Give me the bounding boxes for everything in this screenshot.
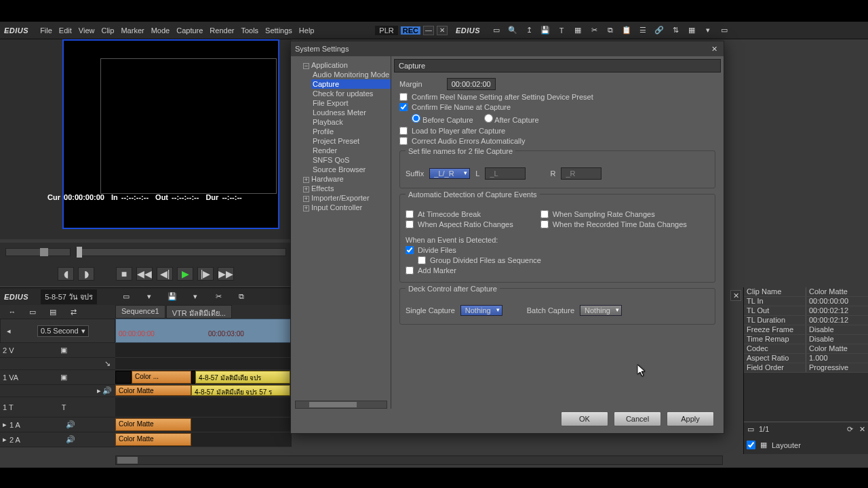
clip-color-short[interactable]: Color ... xyxy=(132,371,191,384)
patch-icon[interactable]: ↘ xyxy=(103,360,111,368)
single-capture-dropdown[interactable]: Nothing xyxy=(460,305,502,316)
tl-cut-icon[interactable]: ✂ xyxy=(212,290,224,302)
text-icon[interactable]: T xyxy=(555,24,568,37)
l-field[interactable]: _L xyxy=(485,167,526,180)
link-icon[interactable]: 🔗 xyxy=(653,24,665,37)
speaker-icon[interactable]: 🔊 xyxy=(103,387,111,395)
panel-x-icon[interactable]: ✕ xyxy=(858,425,866,433)
mode-c-icon[interactable]: ▤ xyxy=(47,306,59,318)
menu-render[interactable]: Render xyxy=(210,26,234,35)
ok-button[interactable]: OK xyxy=(561,411,608,426)
tree-item-source-browser[interactable]: Source Browser xyxy=(311,165,391,174)
panel-close-button[interactable]: ✕ xyxy=(730,290,741,301)
confirm-file-checkbox[interactable]: Confirm File Name at Capture xyxy=(399,103,715,111)
menu-help[interactable]: Help xyxy=(299,26,315,35)
track-2v[interactable]: 2 V▣ xyxy=(0,343,115,358)
timeline-clips[interactable]: Color ... 4-8-57 มัลติมีเดีย จปร Color M… xyxy=(115,343,292,447)
tab-vtr[interactable]: VTR มัลติมีเดีย... xyxy=(166,305,232,319)
close-button[interactable]: ✕ xyxy=(437,26,448,35)
menu-capture[interactable]: Capture xyxy=(176,26,203,35)
timeline-ruler[interactable]: 00:00:00:00 00:00:03:00 xyxy=(115,319,292,343)
tree-item-loudness-meter[interactable]: Loudness Meter xyxy=(311,108,391,117)
confirm-reel-checkbox[interactable]: Confirm Reel Name Setting after Setting … xyxy=(399,93,715,101)
track-2a[interactable]: ▸2 A🔊 xyxy=(0,432,115,447)
mode-d-icon[interactable]: ⇄ xyxy=(67,306,79,318)
cancel-button[interactable]: Cancel xyxy=(614,411,661,426)
group-checkbox[interactable]: Group Divided Files as Sequence xyxy=(418,256,709,264)
tree-item-render[interactable]: Render xyxy=(311,146,391,155)
project-name[interactable]: 5-8-57 วัน จปร xyxy=(41,289,97,304)
minimize-button[interactable]: — xyxy=(423,26,434,35)
tree-item-capture[interactable]: Capture xyxy=(311,79,391,89)
r-field[interactable]: _R xyxy=(561,167,601,180)
clip-color-matte-1a[interactable]: Color Matte xyxy=(115,418,191,431)
collapse-icon[interactable]: ◂ xyxy=(3,325,15,337)
copy-icon[interactable]: ⧉ xyxy=(604,24,616,37)
timeline-hscroll[interactable] xyxy=(115,455,723,465)
tree-hscroll[interactable] xyxy=(295,401,387,409)
mode-b-icon[interactable]: ▭ xyxy=(26,306,39,318)
tree-item-snfs-qos[interactable]: SNFS QoS xyxy=(311,155,391,165)
menu-file[interactable]: File xyxy=(40,26,52,35)
menu-mode[interactable]: Mode xyxy=(151,26,170,35)
tree-application[interactable]: −Application xyxy=(302,60,391,70)
track-1t[interactable]: 1 TT xyxy=(0,397,115,418)
play-button[interactable]: ▶ xyxy=(177,267,193,281)
sampling-checkbox[interactable]: When Sampling Rate Changes xyxy=(540,210,687,218)
menu-settings[interactable]: Settings xyxy=(265,26,292,35)
tl-save-dd-icon[interactable]: ▾ xyxy=(189,290,201,302)
up-icon[interactable]: ↥ xyxy=(523,24,535,37)
tree-input[interactable]: +Input Controller xyxy=(302,203,391,212)
correct-audio-checkbox[interactable]: Correct Audio Errors Automatically xyxy=(399,137,715,145)
tree-effects[interactable]: +Effects xyxy=(302,184,391,193)
batch-capture-dropdown[interactable]: Nothing xyxy=(580,305,622,316)
tree-item-playback[interactable]: Playback xyxy=(311,117,391,127)
tree-hardware[interactable]: +Hardware xyxy=(302,174,391,184)
menu-marker[interactable]: Marker xyxy=(121,26,144,35)
tree-importer[interactable]: +Importer/Exporter xyxy=(302,193,391,203)
tree-item-project-preset[interactable]: Project Preset xyxy=(311,136,391,146)
layouter-checkbox[interactable] xyxy=(747,441,755,449)
tab-sequence1[interactable]: Sequence1 xyxy=(115,305,165,319)
mode-plr[interactable]: PLR xyxy=(375,26,397,35)
load-player-checkbox[interactable]: Load to Player after Capture xyxy=(399,127,715,135)
clip-yellow2[interactable]: 4-8-57 มัลติมีเดีย จปร 57 ร xyxy=(191,385,290,396)
tree-item-check-for-updates[interactable]: Check for updates xyxy=(311,89,391,98)
clip-yellow1[interactable]: 4-8-57 มัลติมีเดีย จปร xyxy=(195,371,290,384)
set-out-button[interactable]: ◗ xyxy=(78,267,94,281)
clip-color-matte-2a[interactable]: Color Matte xyxy=(115,433,191,446)
track-1a[interactable]: ▸1 A🔊 xyxy=(0,418,115,432)
stop-button[interactable]: ■ xyxy=(116,267,132,281)
mode-a-icon[interactable]: ↔ xyxy=(6,306,18,318)
mode-rec[interactable]: REC xyxy=(401,26,420,35)
dialog-close-button[interactable]: ✕ xyxy=(709,43,719,54)
save-icon[interactable]: 💾 xyxy=(539,24,551,37)
cut-icon[interactable]: ✂ xyxy=(588,24,600,37)
search-icon[interactable]: 🔍 xyxy=(507,24,519,37)
menu-edit[interactable]: Edit xyxy=(59,26,72,35)
suffix-dropdown[interactable]: _L/_R xyxy=(429,168,470,179)
zoom-selector[interactable]: 0.5 Second ▾ xyxy=(37,325,89,337)
settings-tree[interactable]: −Application Audio Monitoring ModeCaptur… xyxy=(291,56,391,409)
tl-open-icon[interactable]: ▾ xyxy=(143,290,155,302)
next-frame-button[interactable]: |▶ xyxy=(197,267,214,281)
tl-save-icon[interactable]: 💾 xyxy=(166,290,178,302)
tl-new-icon[interactable]: ▭ xyxy=(120,290,132,302)
tree-item-file-export[interactable]: File Export xyxy=(311,98,391,108)
tree-item-profile[interactable]: Profile xyxy=(311,127,391,136)
scrub-bar[interactable] xyxy=(0,243,292,262)
paste-icon[interactable]: 📋 xyxy=(620,24,633,37)
rewind-button[interactable]: ◀◀ xyxy=(136,267,153,281)
bin-icon[interactable]: ▭ xyxy=(718,24,730,37)
at-timecode-checkbox[interactable]: At Timecode Break xyxy=(406,210,513,218)
rectime-checkbox[interactable]: When the Recorded Time Data Changes xyxy=(540,220,687,228)
folder-icon[interactable]: ▭ xyxy=(490,24,502,37)
clip-icon[interactable]: ▦ xyxy=(572,24,584,37)
sort-icon[interactable]: ⇅ xyxy=(669,24,682,37)
refresh-icon[interactable]: ⟳ xyxy=(846,425,854,433)
speaker-icon[interactable]: 🔊 xyxy=(66,421,75,429)
speaker-icon[interactable]: 🔊 xyxy=(66,436,75,444)
apply-button[interactable]: Apply xyxy=(667,411,714,426)
clip-color-matte-va[interactable]: Color Matte xyxy=(115,385,191,396)
dialog-titlebar[interactable]: System Settings ✕ xyxy=(291,41,724,56)
